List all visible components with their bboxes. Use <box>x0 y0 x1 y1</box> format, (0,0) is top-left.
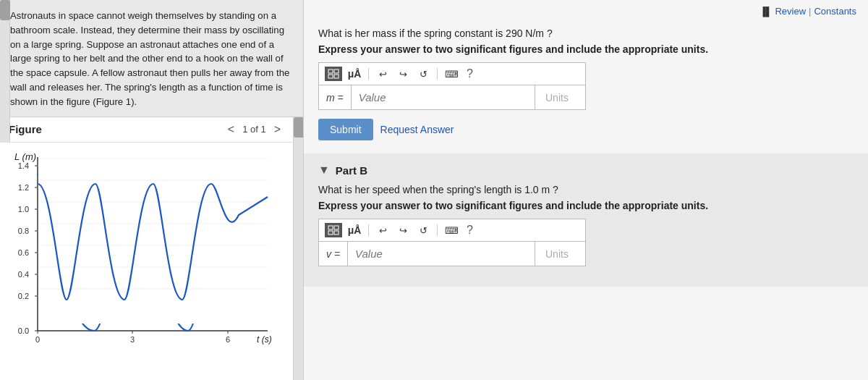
problem-text-block: Astronauts in space cannot weigh themsel… <box>0 0 303 117</box>
matrix-svg <box>328 69 339 79</box>
svg-rect-40 <box>328 69 333 73</box>
part-b-matrix-icon[interactable] <box>325 223 342 237</box>
part-a-buttons: Submit Request Answer <box>318 119 854 140</box>
right-content: What is her mass if the spring constant … <box>304 0 868 298</box>
svg-rect-43 <box>334 75 339 78</box>
svg-rect-42 <box>328 75 333 78</box>
part-a-section: What is her mass if the spring constant … <box>318 28 854 140</box>
right-scroll-thumb[interactable] <box>294 117 303 138</box>
redo-icon[interactable]: ↪ <box>395 67 411 81</box>
part-b-question: What is her speed when the spring's leng… <box>318 184 854 195</box>
part-b-matrix-svg <box>328 225 339 235</box>
figure-nav: < 1 of 1 > <box>224 122 284 138</box>
top-links: ▐▌ Review | Constants <box>760 6 856 17</box>
part-b-toolbar: μÅ ↩ ↪ ↺ ⌨ ? <box>318 219 586 241</box>
toolbar-sep-2 <box>437 68 438 80</box>
figure-nav-label: 1 of 1 <box>242 124 266 135</box>
constants-link[interactable]: Constants <box>814 6 856 17</box>
part-b-undo-icon[interactable]: ↩ <box>375 223 391 237</box>
part-a-instruction: Express your answer to two significant f… <box>318 43 854 55</box>
part-b-reset-icon[interactable]: ↺ <box>415 223 431 237</box>
part-a-input-row: m = Units <box>318 85 586 110</box>
part-b-mu-icon[interactable]: μÅ <box>346 223 362 237</box>
part-a-toolbar: μÅ ↩ ↪ ↺ ⌨ ? <box>318 62 586 85</box>
part-b-sep-2 <box>437 224 438 236</box>
part-b-redo-icon[interactable]: ↪ <box>395 223 411 237</box>
keyboard-icon[interactable]: ⌨ <box>443 67 459 81</box>
reset-icon[interactable]: ↺ <box>415 67 431 81</box>
part-a-question: What is her mass if the spring constant … <box>318 28 854 39</box>
part-b-title: Part B <box>336 164 367 177</box>
part-b-input-label: v = <box>319 242 348 266</box>
svg-rect-47 <box>334 231 339 235</box>
figure-prev-button[interactable]: < <box>224 122 238 138</box>
part-b-help-icon[interactable]: ? <box>467 224 473 237</box>
part-a-value-input[interactable] <box>352 85 535 109</box>
figure-title: Figure <box>9 123 42 135</box>
part-b-input-row: v = Units <box>318 241 586 266</box>
request-answer-link[interactable]: Request Answer <box>380 124 454 135</box>
part-b-keyboard-icon[interactable]: ⌨ <box>443 223 459 237</box>
figure-next-button[interactable]: > <box>271 122 284 138</box>
review-icon: ▐▌ <box>760 7 772 17</box>
part-b-header: ▼ Part B <box>318 164 854 177</box>
svg-rect-41 <box>334 69 339 73</box>
toolbar-sep-1 <box>368 68 369 80</box>
part-b-toggle-arrow[interactable]: ▼ <box>318 164 330 177</box>
review-link[interactable]: Review <box>775 6 806 17</box>
graph-svg-overlay <box>0 143 282 345</box>
undo-icon[interactable]: ↩ <box>375 67 391 81</box>
problem-text: Astronauts in space cannot weigh themsel… <box>10 10 289 107</box>
help-icon[interactable]: ? <box>467 67 473 80</box>
part-a-units[interactable]: Units <box>535 85 585 109</box>
right-panel: ▐▌ Review | Constants What is her mass i… <box>304 0 868 380</box>
svg-rect-45 <box>334 226 339 229</box>
submit-button[interactable]: Submit <box>318 119 373 140</box>
matrix-icon[interactable] <box>325 67 342 81</box>
part-b-section: ▼ Part B What is her speed when the spri… <box>304 153 868 287</box>
figure-header: Figure < 1 of 1 > <box>0 117 293 143</box>
svg-rect-32 <box>38 151 268 324</box>
part-a-input-label: m = <box>319 85 352 109</box>
part-b-instruction: Express your answer to two significant f… <box>318 200 854 211</box>
part-b-sep-1 <box>368 224 369 236</box>
part-b-value-input[interactable] <box>348 242 535 266</box>
part-b-units[interactable]: Units <box>535 242 585 266</box>
mu-icon[interactable]: μÅ <box>346 67 362 81</box>
right-scrollbar-left-panel[interactable] <box>293 117 303 380</box>
separator: | <box>809 6 811 17</box>
graph-area: L (m) 1.4 1.2 1.0 <box>0 143 293 380</box>
svg-rect-46 <box>328 231 333 235</box>
svg-rect-44 <box>328 226 333 229</box>
left-panel: Astronauts in space cannot weigh themsel… <box>0 0 304 380</box>
